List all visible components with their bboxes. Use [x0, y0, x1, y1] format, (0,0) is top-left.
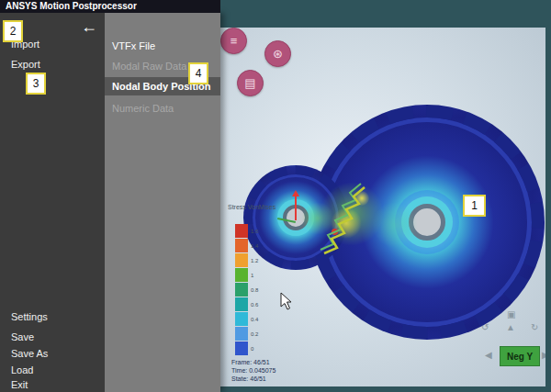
pan-left-icon[interactable]: ◀ [485, 351, 492, 360]
playback-status: Frame: 46/51 Time: 0.045075 State: 46/51 [231, 358, 276, 383]
legend-swatch [235, 239, 248, 252]
triad-y-axis [295, 193, 297, 220]
legend-swatch [235, 253, 248, 267]
legend-tick: 0.8 [251, 287, 258, 293]
legend-swatch [235, 268, 248, 282]
app-header [220, 0, 551, 28]
legend-tick: 0.2 [251, 331, 258, 337]
legend-swatch [235, 224, 248, 238]
callout-1: 1 [463, 195, 486, 217]
rotate-left-icon[interactable]: ↺ [481, 323, 489, 332]
menu-item-load[interactable]: Load [11, 364, 33, 375]
mouse-cursor [280, 292, 293, 310]
3d-viewport[interactable]: ≡ ⊛ ▤ Stress VonMises 1.6 1.4 1.2 1 0.8 … [220, 28, 545, 386]
legend-tick: 0 [251, 346, 253, 352]
menu-item-exit[interactable]: Exit [11, 379, 28, 390]
neg-y-label: Neg Y [507, 352, 533, 362]
window-title: ANSYS Motion Postprocessor [6, 1, 137, 11]
viewport-tool-button-1[interactable]: ≡ [220, 28, 247, 54]
neg-y-view-button[interactable]: Neg Y [500, 346, 540, 366]
callout-3: 3 [26, 73, 46, 95]
viewport-tool-button-3[interactable]: ▤ [237, 70, 264, 96]
view-cube-icon[interactable]: ▣ [507, 310, 515, 319]
submenu-item-vtfx-file[interactable]: VTFx File [105, 37, 220, 55]
main-menu-panel: ← Import Export Settings Save Save As Lo… [0, 13, 105, 392]
legend-tick: 1.6 [251, 229, 258, 234]
state-readout: State: 46/51 [231, 375, 276, 383]
menu-item-save[interactable]: Save [11, 331, 34, 342]
menu-item-save-as[interactable]: Save As [11, 348, 48, 359]
menu-item-export[interactable]: Export [11, 59, 40, 70]
plot-icon: ≡ [231, 34, 238, 48]
submenu-item-numeric-data: Numeric Data [105, 99, 220, 118]
legend-tick: 1 [251, 273, 253, 278]
legend-tick: 1.4 [251, 243, 258, 249]
legend-swatch [235, 297, 248, 311]
ansys-motion-postprocessor-window: ≡ ⊛ ▤ Stress VonMises 1.6 1.4 1.2 1 0.8 … [0, 0, 551, 392]
legend-tick: 1.2 [251, 258, 258, 263]
viewport-tool-button-2[interactable]: ⊛ [264, 40, 291, 67]
back-arrow-icon[interactable]: ← [81, 18, 97, 35]
report-icon: ▤ [244, 76, 255, 90]
menu-item-settings[interactable]: Settings [11, 311, 48, 322]
callout-2: 2 [3, 20, 23, 42]
time-readout: Time: 0.045075 [231, 366, 276, 375]
legend-tick: 0.4 [251, 317, 258, 322]
legend-title: Stress VonMises [228, 204, 276, 210]
legend-swatch [235, 283, 248, 297]
pan-right-icon[interactable]: ▶ [542, 351, 545, 360]
stress-legend: 1.6 1.4 1.2 1 0.8 0.6 0.4 0.2 0 [235, 224, 258, 356]
callout-4: 4 [188, 62, 208, 84]
frame-readout: Frame: 46/51 [231, 358, 276, 366]
legend-swatch [235, 327, 248, 341]
pan-up-icon[interactable]: ▲ [506, 323, 515, 332]
large-gear-hub [409, 204, 445, 241]
legend-swatch [235, 342, 248, 355]
rotate-right-icon[interactable]: ↻ [531, 323, 538, 332]
legend-tick: 0.6 [251, 302, 258, 308]
legend-swatch [235, 312, 248, 326]
settings-icon: ⊛ [273, 47, 283, 61]
window-titlebar: ANSYS Motion Postprocessor [0, 0, 220, 13]
